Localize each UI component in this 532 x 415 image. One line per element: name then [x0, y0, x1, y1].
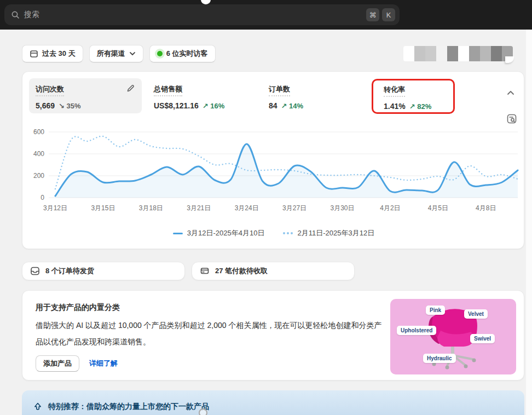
- svg-text:3月21日: 3月21日: [187, 204, 211, 212]
- top-bar: 搜索 ⌘ K: [0, 0, 532, 30]
- metric-total-sales[interactable]: 总销售额 US$8,121.16 ↗ 16%: [154, 84, 224, 110]
- svg-text:3月12日: 3月12日: [43, 204, 67, 212]
- metric-sales-value: US$8,121.16: [154, 101, 199, 110]
- tag-hydraulic: Hydraulic: [423, 354, 456, 363]
- right-edge-strip: [526, 30, 532, 415]
- legend-previous-label: 2月11日-2025年3月12日: [297, 228, 374, 238]
- svg-text:400: 400: [33, 150, 44, 158]
- legend-previous-period: 2月11日-2025年3月12日: [283, 228, 374, 238]
- metric-sales-delta: 16%: [210, 102, 224, 110]
- date-range-label: 过去 30 天: [42, 49, 76, 59]
- svg-text:4月5日: 4月5日: [428, 204, 448, 212]
- svg-text:3月15日: 3月15日: [91, 204, 115, 212]
- view-report-icon[interactable]: [506, 113, 517, 124]
- product-taxonomy-card: 用于支持产品的内置分类 借助强大的 AI 以及超过 10,000 个产品类别和超…: [22, 290, 524, 381]
- chart-legend: 3月12日-2025年4月10日 2月11日-2025年3月12日: [22, 228, 525, 238]
- metric-conversion-value: 1.41%: [384, 102, 406, 111]
- date-range-button[interactable]: 过去 30 天: [22, 45, 83, 62]
- svg-text:3月24日: 3月24日: [235, 204, 259, 212]
- legend-current-period: 3月12日-2025年4月10日: [173, 228, 265, 238]
- trend-up-arrow-icon: ↗: [281, 102, 287, 110]
- metric-sessions-value: 5,669: [36, 101, 55, 110]
- svg-text:3月30日: 3月30日: [330, 204, 354, 212]
- analytics-card: 访问次数 5,669 ↘ 35% 总销售额 US$8,121.16 ↗ 16% …: [22, 71, 524, 249]
- solid-line-swatch-icon: [173, 233, 183, 234]
- svg-text:0: 0: [41, 194, 44, 201]
- learn-more-link[interactable]: 详细了解: [89, 359, 118, 368]
- payments-card-icon: [200, 266, 210, 276]
- live-visitors-dot-icon: [157, 51, 163, 56]
- metric-conversion-delta: 82%: [417, 102, 431, 111]
- channel-select-button[interactable]: 所有渠道: [89, 45, 143, 62]
- live-visitors-button[interactable]: 6 位实时访客: [149, 45, 216, 62]
- svg-text:3月27日: 3月27日: [282, 204, 307, 212]
- metric-sales-label: 总销售额: [154, 84, 182, 96]
- trend-up-arrow-icon: ↗: [409, 102, 415, 111]
- chevron-down-icon: [129, 50, 136, 57]
- orders-inbox-icon: [30, 266, 40, 276]
- promo-banner[interactable]: 特别推荐：借助众筹的力量上市您的下一款产品: [22, 390, 524, 415]
- sticker-curl: [505, 56, 514, 63]
- metric-orders-value: 84: [269, 101, 277, 110]
- k-key-badge: K: [382, 8, 395, 21]
- tag-upholstered: Upholstered: [397, 326, 436, 335]
- search-icon: [11, 10, 20, 19]
- trend-up-arrow-icon: ↗: [203, 102, 209, 110]
- shopify-dashboard: 搜索 ⌘ K 过去 30 天 所有渠道 6 位实时访客: [0, 0, 532, 415]
- redacted-store-name: [403, 46, 513, 61]
- dotted-line-swatch-icon: [283, 232, 293, 234]
- search-placeholder: 搜索: [24, 10, 363, 20]
- chevron-up-collapse-icon[interactable]: [506, 90, 515, 96]
- tag-swivel: Swivel: [470, 334, 495, 343]
- svg-text:4月2日: 4月2日: [380, 204, 400, 212]
- metric-sessions-label: 访问次数: [36, 84, 64, 96]
- metric-orders-label: 订单数: [269, 84, 290, 96]
- live-visitors-label: 6 位实时访客: [166, 49, 208, 59]
- add-product-button[interactable]: 添加产品: [36, 355, 79, 372]
- metric-orders[interactable]: 订单数 84 ↗ 14%: [269, 84, 303, 110]
- svg-text:4月8日: 4月8日: [476, 204, 496, 212]
- payments-to-capture-button[interactable]: 27 笔付款待收取: [192, 262, 355, 280]
- svg-text:3月18日: 3月18日: [139, 204, 163, 212]
- chair-illustration-panel: Pink Velvet Upholstered Swivel Hydraulic: [390, 299, 516, 374]
- channel-label: 所有渠道: [97, 49, 125, 59]
- camera-notch-dot: [201, 0, 211, 4]
- metric-sessions[interactable]: 访问次数 5,669 ↘ 35%: [29, 78, 142, 113]
- calendar-icon: [30, 49, 38, 58]
- payments-to-capture-label: 27 笔付款待收取: [215, 266, 268, 276]
- metric-sessions-delta: 35%: [67, 102, 81, 110]
- cmd-key-badge: ⌘: [366, 8, 379, 21]
- pencil-icon[interactable]: [126, 84, 135, 93]
- filter-row: 过去 30 天 所有渠道 6 位实时访客: [22, 45, 216, 62]
- tag-pink: Pink: [426, 306, 445, 315]
- svg-text:200: 200: [33, 172, 44, 180]
- legend-current-label: 3月12日-2025年4月10日: [187, 228, 265, 238]
- orders-to-fulfill-button[interactable]: 8 个订单待发货: [22, 262, 185, 280]
- metric-conversion-annotated[interactable]: 转化率 1.41% ↗ 82%: [372, 79, 455, 114]
- sessions-trend-chart[interactable]: 02004006003月12日3月15日3月18日3月21日3月24日3月27日…: [22, 124, 525, 217]
- product-card-body: 借助强大的 AI 以及超过 10,000 个产品类别和超过 2,000 个相关属…: [36, 317, 384, 350]
- tag-velvet: Velvet: [464, 309, 488, 319]
- svg-text:600: 600: [33, 128, 44, 136]
- promo-banner-text: 特别推荐：借助众筹的力量上市您的下一款产品: [48, 402, 209, 412]
- cursor-highlight-ring: [199, 408, 207, 415]
- launch-up-arrow-icon: [33, 402, 43, 412]
- trend-down-arrow-icon: ↘: [59, 102, 65, 110]
- metric-orders-delta: 14%: [289, 102, 303, 110]
- orders-to-fulfill-label: 8 个订单待发货: [45, 266, 94, 276]
- product-card-title: 用于支持产品的内置分类: [36, 303, 120, 313]
- metric-conversion-label: 转化率: [384, 85, 405, 97]
- pink-chair-illustration: [390, 299, 516, 374]
- search-input[interactable]: 搜索 ⌘ K: [4, 4, 400, 25]
